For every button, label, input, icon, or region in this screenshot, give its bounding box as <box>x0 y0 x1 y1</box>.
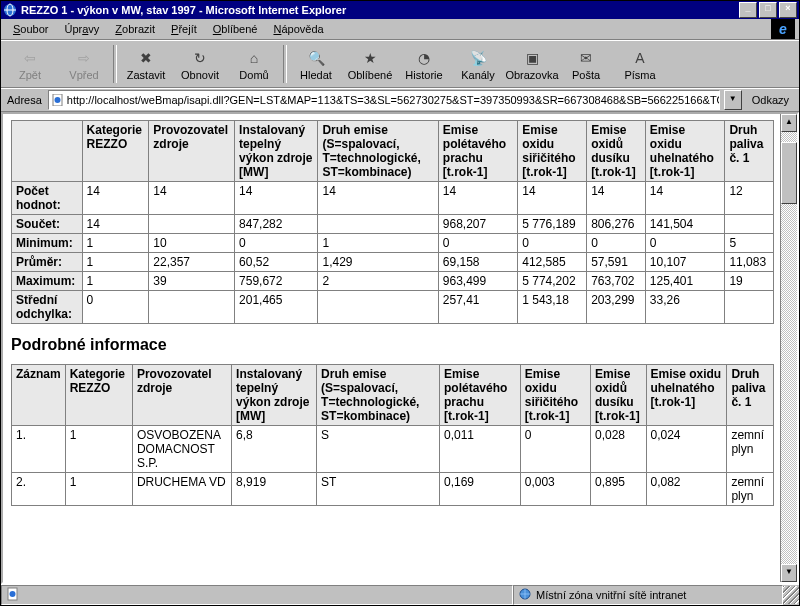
scroll-down-button[interactable]: ▼ <box>781 564 797 582</box>
address-url: http://localhost/weBmap/isapi.dll?GEN=LS… <box>67 94 719 106</box>
table-cell: S <box>317 426 440 473</box>
address-field[interactable]: http://localhost/weBmap/isapi.dll?GEN=LS… <box>48 90 720 110</box>
zone-icon <box>518 587 532 603</box>
detail-header: Kategorie REZZO <box>65 365 132 426</box>
table-row: Počet hodnot:141414141414141412 <box>12 182 774 215</box>
statusbar: Místní zóna vnitřní sítě intranet <box>1 584 799 605</box>
table-cell: 1 543,18 <box>518 291 587 324</box>
maximize-button[interactable]: □ <box>759 2 777 18</box>
mail-icon: ✉ <box>576 48 596 68</box>
page-icon <box>51 93 65 107</box>
table-cell: 39 <box>149 272 235 291</box>
table-cell <box>318 215 438 234</box>
channels-button[interactable]: 📡 Kanály <box>451 43 505 85</box>
fullscreen-icon: ▣ <box>522 48 542 68</box>
table-cell: 0,024 <box>646 426 727 473</box>
scroll-track[interactable] <box>781 132 797 564</box>
table-cell: 763,702 <box>587 272 646 291</box>
svg-point-5 <box>10 591 16 597</box>
table-cell: 11,083 <box>725 253 774 272</box>
table-cell <box>725 215 774 234</box>
ie-app-icon <box>3 3 17 17</box>
table-cell: 10 <box>149 234 235 253</box>
page-content: Kategorie REZZOProvozovatel zdrojeInstal… <box>3 114 780 582</box>
table-cell: 57,591 <box>587 253 646 272</box>
table-cell: 759,672 <box>235 272 318 291</box>
summary-header: Druh emise (S=spalovací, T=technologické… <box>318 121 438 182</box>
scroll-up-button[interactable]: ▲ <box>781 114 797 132</box>
vertical-scrollbar[interactable]: ▲ ▼ <box>780 114 797 582</box>
table-cell: 0,895 <box>590 473 646 506</box>
table-cell: OSVOBOZENA DOMACNOST S.P. <box>132 426 231 473</box>
table-row: Střední odchylka:0201,465257,411 543,182… <box>12 291 774 324</box>
forward-button[interactable]: ⇨ Vpřed <box>57 43 111 85</box>
table-cell <box>149 291 235 324</box>
table-cell: 14 <box>645 182 725 215</box>
titlebar: REZZO 1 - výkon v MW, stav 1997 - Micros… <box>1 1 799 19</box>
menu-upravy[interactable]: Úpravy <box>56 21 107 37</box>
table-row: Maximum:139759,6722963,4995 774,202763,7… <box>12 272 774 291</box>
window-title: REZZO 1 - výkon v MW, stav 1997 - Micros… <box>21 4 739 16</box>
table-row: Součet:14847,282968,2075 776,189806,2761… <box>12 215 774 234</box>
menu-prejit[interactable]: Přejít <box>163 21 205 37</box>
table-cell: 33,26 <box>645 291 725 324</box>
detail-table: ZáznamKategorie REZZOProvozovatel zdroje… <box>11 364 774 506</box>
table-cell: 412,585 <box>518 253 587 272</box>
table-cell: 141,504 <box>645 215 725 234</box>
forward-icon: ⇨ <box>74 48 94 68</box>
search-button[interactable]: 🔍 Hledat <box>289 43 343 85</box>
favorites-button[interactable]: ★ Oblíbené <box>343 43 397 85</box>
table-cell: 1 <box>82 253 149 272</box>
summary-header: Druh paliva č. 1 <box>725 121 774 182</box>
table-cell: 1 <box>65 473 132 506</box>
table-cell: 1 <box>82 234 149 253</box>
refresh-button[interactable]: ↻ Obnovit <box>173 43 227 85</box>
table-cell: 69,158 <box>438 253 517 272</box>
table-cell: 2. <box>12 473 66 506</box>
detail-header: Druh paliva č. 1 <box>727 365 774 426</box>
history-button[interactable]: ◔ Historie <box>397 43 451 85</box>
status-zone: Místní zóna vnitřní sítě intranet <box>513 585 783 605</box>
close-button[interactable]: × <box>779 2 797 18</box>
fullscreen-button[interactable]: ▣ Obrazovka <box>505 43 559 85</box>
table-cell: 14 <box>438 182 517 215</box>
address-dropdown[interactable]: ▼ <box>724 90 742 110</box>
browser-window: REZZO 1 - výkon v MW, stav 1997 - Micros… <box>0 0 800 606</box>
home-button[interactable]: ⌂ Domů <box>227 43 281 85</box>
summary-header: Kategorie REZZO <box>82 121 149 182</box>
table-cell: 2 <box>318 272 438 291</box>
table-cell: 6,8 <box>232 426 317 473</box>
menu-zobrazit[interactable]: Zobrazit <box>107 21 163 37</box>
links-label[interactable]: Odkazy <box>746 94 795 106</box>
table-cell: 5 776,189 <box>518 215 587 234</box>
svg-point-3 <box>54 97 60 103</box>
summary-header: Emise oxidu uhelnatého [t.rok-1] <box>645 121 725 182</box>
table-cell: 0 <box>645 234 725 253</box>
summary-header <box>12 121 83 182</box>
scroll-thumb[interactable] <box>781 142 797 204</box>
menu-napoveda[interactable]: Nápověda <box>265 21 331 37</box>
fonts-button[interactable]: A Písma <box>613 43 667 85</box>
stop-button[interactable]: ✖ Zastavit <box>119 43 173 85</box>
status-left <box>1 585 513 605</box>
summary-header: Instalovaný tepelný výkon zdroje [MW] <box>235 121 318 182</box>
menu-soubor[interactable]: Soubor <box>5 21 56 37</box>
resize-grip[interactable] <box>783 586 799 604</box>
table-cell: 1 <box>65 426 132 473</box>
table-cell: 12 <box>725 182 774 215</box>
back-button[interactable]: ⇦ Zpět <box>3 43 57 85</box>
minimize-button[interactable]: _ <box>739 2 757 18</box>
table-cell: 1,429 <box>318 253 438 272</box>
table-cell: 963,499 <box>438 272 517 291</box>
table-cell: 19 <box>725 272 774 291</box>
table-cell: 203,299 <box>587 291 646 324</box>
table-cell: 1 <box>318 234 438 253</box>
table-cell: 0 <box>82 291 149 324</box>
mail-button[interactable]: ✉ Pošta <box>559 43 613 85</box>
search-icon: 🔍 <box>306 48 326 68</box>
detail-header: Emise polétavého prachu [t.rok-1] <box>440 365 521 426</box>
menu-oblibene[interactable]: Oblíbené <box>205 21 266 37</box>
table-cell: 14 <box>235 182 318 215</box>
table-cell: 0,169 <box>440 473 521 506</box>
table-cell: 0,028 <box>590 426 646 473</box>
